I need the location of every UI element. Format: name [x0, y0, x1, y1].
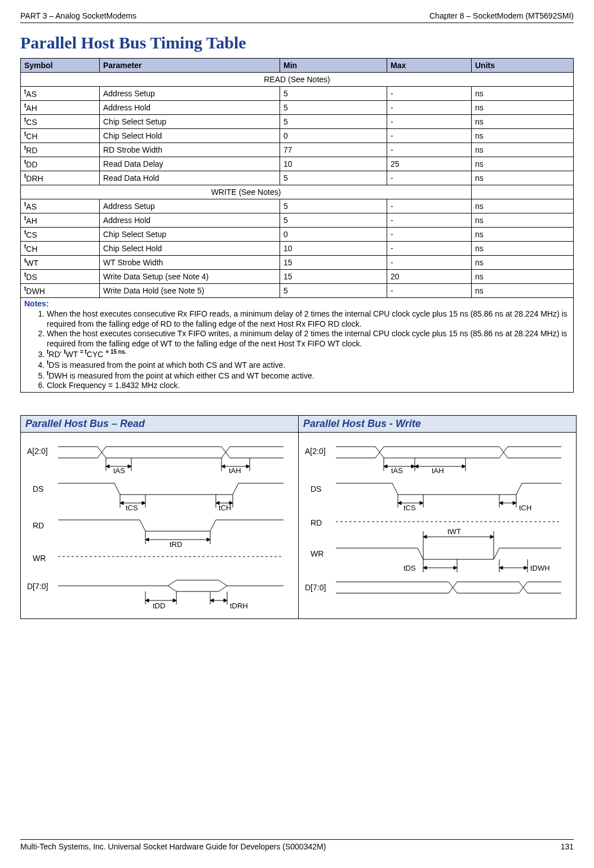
col-symbol: Symbol — [21, 59, 100, 73]
note-item: tRD' tWT = tCYC + 15 ns. — [47, 349, 570, 359]
table-row: tDSWrite Data Setup (see Note 4)1520ns — [21, 270, 574, 284]
signal-rd-label-w: RD — [311, 518, 322, 527]
svg-marker-66 — [423, 566, 427, 569]
write-section-empty — [472, 185, 574, 199]
cell-symbol: tWT — [21, 256, 100, 270]
cell-param: Address Hold — [100, 213, 280, 228]
cell-min: 5 — [280, 171, 387, 185]
svg-marker-62 — [490, 535, 494, 538]
cell-min: 5 — [280, 199, 387, 213]
label-tDS: tDS — [404, 564, 416, 572]
read-section-row: READ (See Notes) — [21, 73, 574, 87]
cell-symbol: tDWH — [21, 284, 100, 298]
cell-units: ns — [472, 256, 574, 270]
signal-ds-label: DS — [33, 484, 43, 493]
cell-param: Address Hold — [100, 101, 280, 115]
svg-marker-55 — [499, 501, 503, 505]
svg-marker-45 — [415, 465, 418, 468]
table-row: tCSChip Select Setup5-ns — [21, 115, 574, 129]
svg-marker-56 — [513, 501, 516, 505]
cell-min: 0 — [280, 228, 387, 242]
svg-marker-37 — [224, 599, 227, 602]
svg-marker-32 — [173, 599, 176, 602]
diagrams-table: Parallel Host Bus – Read Parallel Host B… — [20, 415, 577, 619]
table-row: tWTWT Strobe Width15-ns — [21, 256, 574, 270]
label-tCS-w: tCS — [404, 504, 416, 512]
cell-param: RD Strobe Width — [100, 143, 280, 157]
cell-units: ns — [472, 228, 574, 242]
cell-param: Chip Select Setup — [100, 115, 280, 129]
cell-param: Chip Select Setup — [100, 228, 280, 242]
svg-marker-13 — [120, 501, 123, 505]
write-diagram-cell: A[2:0] tAS tAH — [299, 432, 577, 618]
cell-symbol: tCH — [21, 242, 100, 256]
signal-wr-label: WR — [33, 554, 46, 563]
signal-ds-label-w: DS — [311, 484, 321, 493]
svg-marker-67 — [454, 566, 457, 569]
label-tCH-w: tCH — [519, 504, 531, 512]
footer-left: Multi-Tech Systems, Inc. Universal Socke… — [20, 842, 326, 851]
cell-min: 5 — [280, 115, 387, 129]
cell-units: ns — [472, 242, 574, 256]
label-tWT: tWT — [447, 527, 461, 536]
cell-param: Write Data Hold (see Note 5) — [100, 284, 280, 298]
cell-max: - — [387, 171, 472, 185]
cell-min: 10 — [280, 157, 387, 171]
table-row: tDDRead Data Delay1025ns — [21, 157, 574, 171]
write-diagram-title: Parallel Host Bus - Write — [299, 415, 577, 432]
cell-max: - — [387, 101, 472, 115]
table-row: tAHAddress Hold5-ns — [21, 213, 574, 228]
cell-units: ns — [472, 270, 574, 284]
label-tAS-w: tAS — [391, 466, 403, 475]
cell-symbol: tAH — [21, 101, 100, 115]
cell-units: ns — [472, 171, 574, 185]
cell-max: - — [387, 242, 472, 256]
footer-right: 131 — [561, 842, 574, 851]
table-row: tCHChip Select Hold10-ns — [21, 242, 574, 256]
cell-symbol: tCH — [21, 129, 100, 143]
svg-marker-46 — [462, 465, 466, 468]
col-units: Units — [472, 59, 574, 73]
cell-units: ns — [472, 143, 574, 157]
svg-marker-8 — [221, 465, 225, 468]
cell-symbol: tDS — [21, 270, 100, 284]
cell-units: ns — [472, 115, 574, 129]
svg-marker-41 — [384, 465, 387, 468]
cell-param: Chip Select Hold — [100, 129, 280, 143]
label-tAS: tAS — [113, 466, 125, 475]
cell-param: Address Setup — [100, 199, 280, 213]
write-timing-diagram: A[2:0] tAS tAH — [302, 438, 573, 613]
svg-marker-50 — [398, 501, 401, 505]
note-item: tDS is measured from the point at which … — [47, 359, 570, 370]
label-tDWH: tDWH — [530, 564, 550, 572]
cell-max: - — [387, 199, 472, 213]
cell-symbol: tDD — [21, 157, 100, 171]
cell-units: ns — [472, 199, 574, 213]
cell-symbol: tCS — [21, 228, 100, 242]
cell-units: ns — [472, 87, 574, 101]
cell-param: Write Data Setup (see Note 4) — [100, 270, 280, 284]
cell-min: 10 — [280, 242, 387, 256]
read-timing-diagram: A[2:0] tAS tAH — [24, 438, 295, 613]
cell-max: - — [387, 129, 472, 143]
signal-wr-label-w: WR — [311, 549, 323, 558]
cell-min: 15 — [280, 270, 387, 284]
notes-cell: Notes: When the host executes consecutiv… — [21, 298, 574, 393]
write-section-label: WRITE (See Notes) — [21, 185, 472, 199]
header-right: Chapter 8 – SocketModem (MT5692SMI) — [429, 11, 574, 20]
cell-symbol: tAS — [21, 87, 100, 101]
svg-marker-4 — [128, 465, 131, 468]
cell-max: - — [387, 87, 472, 101]
cell-min: 5 — [280, 87, 387, 101]
cell-min: 15 — [280, 256, 387, 270]
cell-units: ns — [472, 129, 574, 143]
table-row: tDRHRead Data Hold5-ns — [21, 171, 574, 185]
svg-marker-23 — [145, 538, 149, 541]
table-row: tRDRD Strobe Width77-ns — [21, 143, 574, 157]
cell-max: - — [387, 228, 472, 242]
cell-max: - — [387, 213, 472, 228]
cell-min: 5 — [280, 213, 387, 228]
table-row: tDWHWrite Data Hold (see Note 5)5-ns — [21, 284, 574, 298]
page-title: Parallel Host Bus Timing Table — [20, 33, 574, 52]
cell-param: Read Data Delay — [100, 157, 280, 171]
